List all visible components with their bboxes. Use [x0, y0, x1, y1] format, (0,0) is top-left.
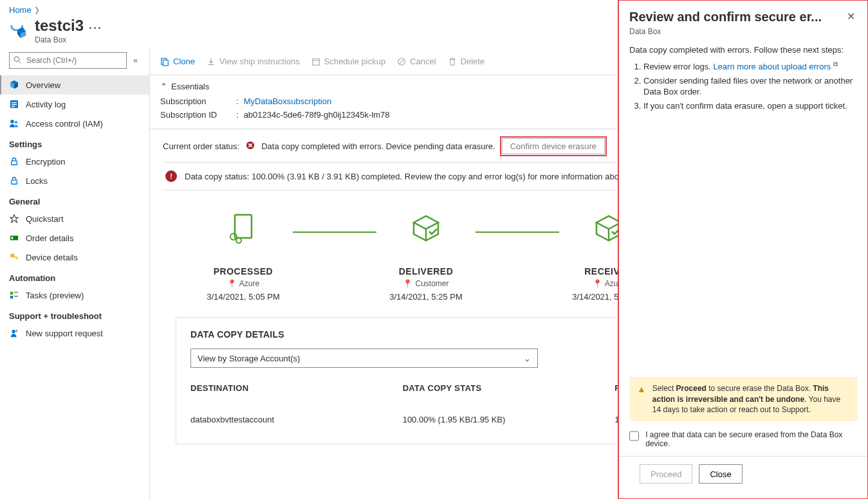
copy-status-text: Data copy status: 100.00% (3.91 KB / 3.9… [185, 172, 685, 181]
toolbar-label: Schedule pickup [324, 57, 385, 66]
step-location: Azure [239, 279, 259, 288]
sidebar-item-overview[interactable]: Overview [0, 75, 149, 95]
sidebar-group-automation: Automation [0, 267, 149, 286]
sidebar: « Overview Activity log Access control (… [0, 48, 149, 499]
page-title: testci3 [35, 17, 84, 34]
svg-rect-22 [312, 59, 319, 66]
step-label: PROCESSED [214, 266, 273, 277]
svg-rect-9 [12, 181, 17, 185]
step-time: 3/14/2021, 5:25 PM [389, 292, 462, 302]
timeline-step-delivered: DELIVERED 📍Customer 3/14/2021, 5:25 PM [352, 213, 500, 302]
sidebar-item-label: Locks [26, 176, 48, 186]
svg-rect-4 [12, 104, 17, 105]
view-ship-button[interactable]: View ship instructions [207, 57, 300, 66]
warning-text: Select Proceed to secure erase the Data … [652, 383, 850, 415]
learn-more-link[interactable]: Learn more about upload errors ⧉ [713, 62, 837, 71]
more-menu-button[interactable]: ... [89, 19, 102, 32]
page-subtitle: Data Box [35, 35, 102, 44]
sidebar-item-new-support[interactable]: New support request [0, 323, 149, 343]
view-by-dropdown[interactable]: View by Storage Account(s) ⌄ [190, 349, 538, 368]
access-control-icon [9, 118, 19, 129]
search-input[interactable] [25, 55, 122, 66]
sidebar-item-quickstart[interactable]: Quickstart [0, 209, 149, 228]
flyout-title: Review and confirm secure er... [629, 9, 822, 24]
flyout-step-2: Consider sending failed files over the n… [643, 75, 858, 98]
sidebar-item-access-control[interactable]: Access control (IAM) [0, 114, 149, 133]
step-location: Customer [415, 279, 448, 288]
svg-rect-11 [12, 237, 14, 240]
pin-icon: 📍 [593, 279, 602, 288]
svg-rect-14 [17, 258, 18, 260]
flyout-step-1: Review error logs. Learn more about uplo… [643, 60, 858, 73]
timeline-step-processed: PROCESSED 📍Azure 3/14/2021, 5:05 PM [169, 213, 317, 302]
svg-line-1 [19, 61, 21, 63]
flyout-lead: Data copy completed with errors. Follow … [629, 45, 858, 55]
order-details-icon [9, 233, 19, 243]
cell-copy-stats: 100.00% (1.95 KB/1.95 KB) [403, 415, 615, 424]
pin-icon: 📍 [227, 279, 237, 288]
sidebar-item-order-details[interactable]: Order details [0, 228, 149, 248]
processed-icon [221, 213, 266, 243]
sidebar-item-label: Quickstart [26, 214, 64, 224]
svg-rect-13 [14, 257, 17, 259]
subscription-id-label: Subscription ID [160, 110, 231, 120]
subscription-link[interactable]: MyDataBoxsubscription [244, 96, 332, 106]
sidebar-item-activity-log[interactable]: Activity log [0, 95, 149, 114]
agree-checkbox[interactable] [629, 431, 639, 441]
support-icon [9, 328, 19, 338]
sidebar-item-label: Order details [26, 233, 73, 243]
databox-icon [9, 21, 28, 41]
sidebar-group-support: Support + troubleshoot [0, 305, 149, 323]
svg-point-0 [14, 57, 19, 62]
svg-rect-16 [10, 296, 13, 298]
error-icon [246, 141, 255, 152]
alert-icon: ! [165, 170, 177, 182]
sidebar-item-locks[interactable]: Locks [0, 171, 149, 190]
svg-rect-8 [12, 161, 17, 165]
search-icon [14, 56, 21, 66]
sidebar-item-label: Encryption [26, 157, 65, 167]
toolbar-label: Cancel [410, 57, 436, 66]
warning-icon: ▲ [637, 383, 646, 415]
svg-rect-18 [14, 296, 18, 297]
sidebar-item-encryption[interactable]: Encryption [0, 152, 149, 171]
tasks-icon [9, 290, 19, 300]
toolbar-label: View ship instructions [219, 57, 300, 66]
close-button[interactable]: Close [699, 464, 742, 484]
svg-rect-3 [12, 102, 17, 104]
sidebar-item-device-details[interactable]: Device details [0, 248, 149, 267]
sidebar-item-label: Overview [26, 80, 60, 90]
schedule-pickup-button[interactable]: Schedule pickup [311, 57, 385, 66]
cell-destination: databoxbvttestaccount [190, 415, 403, 424]
close-icon[interactable]: ✕ [844, 9, 858, 24]
sidebar-item-label: Activity log [26, 100, 66, 109]
svg-point-31 [230, 233, 237, 240]
sidebar-item-label: Device details [26, 253, 78, 262]
step-label: DELIVERED [399, 266, 454, 277]
svg-rect-5 [12, 106, 15, 107]
breadcrumb-home[interactable]: Home [9, 5, 32, 15]
toolbar-label: Clone [173, 57, 195, 66]
chevron-down-icon: ⌄ [524, 354, 531, 363]
sidebar-item-label: New support request [26, 329, 103, 338]
subscription-id-value: ab01234c-5de6-78f9-gh0ij12345k-lm78 [244, 110, 390, 120]
agree-label: I agree that data can be secure erased f… [645, 430, 858, 448]
proceed-button[interactable]: Proceed [640, 464, 692, 484]
svg-point-7 [15, 121, 17, 123]
lock-icon [9, 176, 19, 186]
delete-button[interactable]: Delete [448, 57, 485, 66]
svg-point-19 [12, 330, 15, 333]
search-input-wrapper[interactable] [9, 52, 127, 69]
pin-icon: 📍 [403, 279, 412, 288]
cancel-button[interactable]: Cancel [397, 57, 436, 66]
clone-button[interactable]: Clone [160, 57, 195, 66]
overview-icon [9, 80, 19, 90]
essentials-title: Essentials [171, 82, 209, 91]
sidebar-item-label: Tasks (preview) [26, 291, 84, 300]
sidebar-item-label: Access control (IAM) [26, 119, 103, 129]
confirm-erasure-button[interactable]: Confirm device erasure [502, 138, 605, 154]
svg-rect-17 [14, 292, 18, 293]
trash-icon [448, 57, 457, 66]
collapse-sidebar-button[interactable]: « [131, 56, 140, 65]
sidebar-item-tasks[interactable]: Tasks (preview) [0, 286, 149, 305]
